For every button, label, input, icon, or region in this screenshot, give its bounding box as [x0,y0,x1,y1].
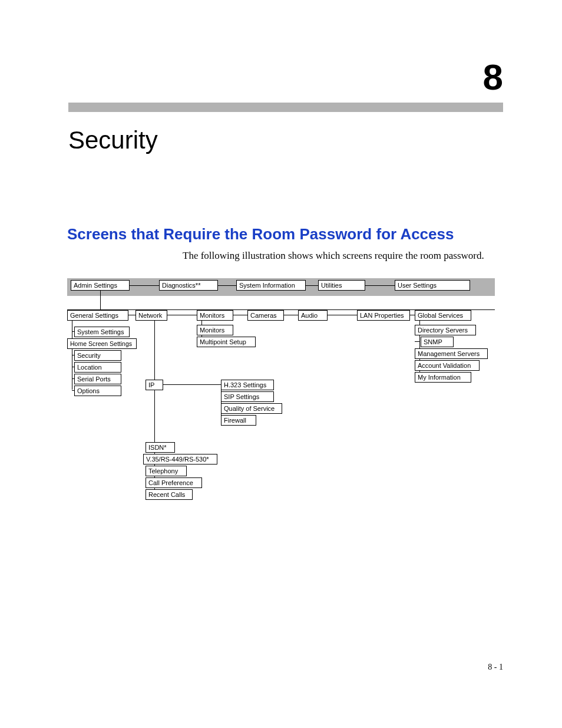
box-network: Network [135,310,167,321]
box-user-settings: User Settings [395,280,470,291]
box-account-validation: Account Validation [415,360,480,371]
box-options: Options [74,386,121,396]
box-home-screen-settings: Home Screen Settings [67,338,137,349]
box-admin-settings: Admin Settings [71,280,130,291]
box-system-settings: System Settings [74,327,130,337]
box-h323: H.323 Settings [221,380,274,390]
box-snmp: SNMP [421,337,454,347]
menu-tree-diagram: Admin Settings Diagnostics** System Info… [0,0,562,531]
document-page: 8 Security Screens that Require the Room… [0,0,562,728]
box-qos: Quality of Service [221,403,282,414]
box-serial-ports: Serial Ports [74,374,121,384]
box-audio: Audio [298,310,328,321]
box-cameras: Cameras [247,310,284,321]
box-recent-calls: Recent Calls [146,489,193,500]
box-sip: SIP Settings [221,391,274,402]
box-ip: IP [146,380,163,390]
box-location: Location [74,362,121,373]
box-directory-servers: Directory Servers [415,325,476,335]
box-call-preference: Call Preference [146,477,202,488]
box-general-settings: General Settings [67,310,128,321]
box-utilities: Utilities [318,280,365,291]
box-monitors: Monitors [197,310,233,321]
box-monitors-sub: Monitors [197,325,233,335]
box-lan-properties: LAN Properties [357,310,410,321]
page-number: 8 - 1 [488,663,503,672]
box-multipoint-setup: Multipoint Setup [197,337,256,347]
box-diagnostics: Diagnostics** [159,280,218,291]
box-my-information: My Information [415,372,471,383]
box-isdn: ISDN* [146,442,175,453]
box-system-information: System Information [236,280,306,291]
box-security: Security [74,350,121,361]
box-telephony: Telephony [146,466,187,476]
box-v35: V.35/RS-449/RS-530* [143,454,217,465]
box-firewall: Firewall [221,415,256,426]
box-management-servers: Management Servers [415,348,488,359]
box-global-services: Global Services [415,310,471,321]
